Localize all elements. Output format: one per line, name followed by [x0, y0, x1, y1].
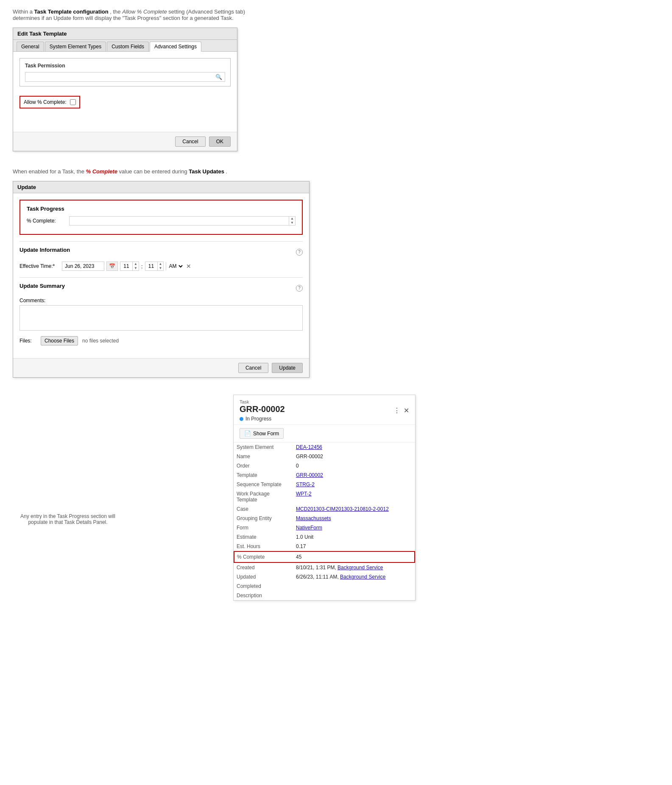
update-cancel-button[interactable]: Cancel	[238, 363, 268, 373]
grouping-entity-link[interactable]: Massachussets	[296, 515, 331, 521]
no-files-text: no files selected	[82, 338, 119, 344]
table-row-updated: Updated 6/26/23, 11:11 AM, Background Se…	[234, 572, 415, 582]
task-permission-search-input[interactable]	[28, 74, 215, 80]
allow-complete-checkbox[interactable]	[70, 99, 76, 105]
table-row-system-element: System Element DEA-12456	[234, 443, 415, 452]
tab-advanced-settings[interactable]: Advanced Settings	[150, 42, 201, 52]
field-label-case: Case	[234, 504, 293, 514]
allow-complete-row: Allow % Complete:	[20, 96, 80, 109]
field-value-form: NativeForm	[293, 523, 415, 532]
dialog-title-bar: Edit Task Template	[13, 28, 237, 40]
update-dialog-footer: Cancel Update	[13, 358, 309, 377]
show-form-icon: 📄	[244, 430, 251, 437]
task-details-tbody: System Element DEA-12456 Name GRR-00002 …	[234, 443, 415, 600]
minute-down-arrow[interactable]: ▼	[159, 266, 162, 270]
minute-spinner: ▲ ▼	[145, 262, 164, 271]
update-dialog-content: Task Progress % Complete: ▲ ▼ Update Inf…	[13, 193, 309, 358]
comments-textarea[interactable]	[20, 305, 303, 331]
update-summary-help-icon[interactable]: ?	[296, 285, 303, 292]
task-permission-group: Task Permission 🔍	[20, 58, 231, 86]
hour-down-arrow[interactable]: ▼	[134, 266, 137, 270]
table-row-created: Created 8/10/21, 1:31 PM, Background Ser…	[234, 562, 415, 572]
table-row-sequence-template: Sequence Template STRG-2	[234, 480, 415, 489]
field-label-estimate: Estimate	[234, 532, 293, 542]
field-value-name: GRR-00002	[293, 452, 415, 461]
sequence-template-link[interactable]: STRG-2	[296, 482, 315, 487]
comments-label: Comments:	[20, 298, 303, 303]
task-panel-status: In Progress	[240, 416, 285, 422]
field-label-template: Template	[234, 470, 293, 480]
created-by-link[interactable]: Background Service	[337, 565, 383, 571]
mid-italic-red: % Complete	[86, 168, 117, 175]
table-row-estimate: Estimate 1.0 Unit	[234, 532, 415, 542]
field-label-system-element: System Element	[234, 443, 293, 452]
ok-button[interactable]: OK	[209, 136, 231, 147]
updated-by-link[interactable]: Background Service	[340, 574, 385, 580]
minute-input[interactable]	[145, 262, 157, 270]
mid-bold-black: Task Updates	[189, 168, 224, 175]
table-row-order: Order 0	[234, 461, 415, 470]
comments-block: Comments:	[20, 298, 303, 332]
template-link[interactable]: GRR-00002	[296, 472, 323, 478]
spinner-down-arrow[interactable]: ▼	[290, 221, 294, 225]
effective-time-row: Effective Time:* 📅 ▲ ▼ : ▲ ▼	[20, 262, 303, 271]
system-element-link[interactable]: DEA-12456	[296, 444, 322, 450]
task-panel-id: GRR-00002	[240, 404, 285, 414]
am-pm-select[interactable]: AM PM	[166, 262, 184, 270]
table-row-grouping-entity: Grouping Entity Massachussets	[234, 514, 415, 523]
clear-time-button[interactable]: ✕	[186, 263, 191, 270]
effective-date-input[interactable]	[62, 262, 104, 271]
tab-general[interactable]: General	[17, 42, 44, 51]
field-value-work-package-template: WPT-2	[293, 489, 415, 504]
percent-complete-input[interactable]	[70, 217, 289, 225]
tab-system-element-types[interactable]: System Element Types	[45, 42, 106, 51]
hour-up-arrow[interactable]: ▲	[134, 262, 137, 266]
percent-complete-input-wrap: ▲ ▼	[69, 216, 296, 225]
form-link[interactable]: NativeForm	[296, 525, 322, 531]
table-row-completed: Completed	[234, 582, 415, 591]
case-link[interactable]: MCD201303-CIM201303-210810-2-0012	[296, 506, 389, 512]
top-annotation-text2: , the	[110, 8, 122, 15]
show-form-label: Show Form	[253, 431, 279, 437]
update-submit-button[interactable]: Update	[272, 363, 303, 373]
task-permission-legend: Task Permission	[25, 63, 225, 69]
hour-spinner: ▲ ▼	[120, 262, 139, 271]
tab-custom-fields[interactable]: Custom Fields	[107, 42, 149, 51]
table-row-name: Name GRR-00002	[234, 452, 415, 461]
more-options-icon[interactable]: ⋮	[393, 406, 400, 415]
search-icon: 🔍	[215, 74, 222, 80]
work-package-template-link[interactable]: WPT-2	[296, 491, 312, 497]
table-row-description: Description	[234, 591, 415, 600]
task-details-panel: Task GRR-00002 In Progress ⋮ ✕ 📄 Show Fo…	[233, 395, 415, 601]
show-form-button[interactable]: 📄 Show Form	[240, 428, 284, 439]
update-info-help-icon[interactable]: ?	[296, 249, 303, 256]
minute-up-arrow[interactable]: ▲	[159, 262, 162, 266]
effective-time-label: Effective Time:*	[20, 263, 60, 269]
table-row-percent-complete: % Complete 45	[234, 551, 415, 562]
field-label-description: Description	[234, 591, 293, 600]
field-value-system-element: DEA-12456	[293, 443, 415, 452]
update-summary-title: Update Summary	[20, 283, 65, 289]
cancel-button[interactable]: Cancel	[175, 136, 205, 147]
calendar-icon-button[interactable]: 📅	[106, 262, 118, 271]
field-value-sequence-template: STRG-2	[293, 480, 415, 489]
field-value-case: MCD201303-CIM201303-210810-2-0012	[293, 504, 415, 514]
update-info-title: Update Information	[20, 247, 70, 253]
field-value-description	[293, 591, 415, 600]
percent-complete-label: % Complete:	[27, 218, 65, 224]
choose-files-button[interactable]: Choose Files	[41, 336, 78, 345]
update-information-section: Update Information ? Effective Time:* 📅 …	[20, 241, 303, 271]
task-panel-actions: ⋮ ✕	[393, 406, 409, 415]
table-row-form: Form NativeForm	[234, 523, 415, 532]
task-details-table: System Element DEA-12456 Name GRR-00002 …	[234, 443, 415, 600]
task-panel-label: Task	[240, 399, 285, 404]
percent-complete-row: % Complete: ▲ ▼	[27, 216, 296, 225]
field-label-name: Name	[234, 452, 293, 461]
update-dialog: Update Task Progress % Complete: ▲ ▼ Upd…	[13, 181, 310, 378]
spinner-up-arrow[interactable]: ▲	[290, 217, 294, 221]
close-icon[interactable]: ✕	[404, 406, 409, 415]
spinner-arrows: ▲ ▼	[289, 217, 295, 225]
top-annotation-bold1: Task Template configuration	[34, 8, 109, 15]
hour-input[interactable]	[120, 262, 132, 270]
files-row: Files: Choose Files no files selected	[20, 336, 303, 345]
